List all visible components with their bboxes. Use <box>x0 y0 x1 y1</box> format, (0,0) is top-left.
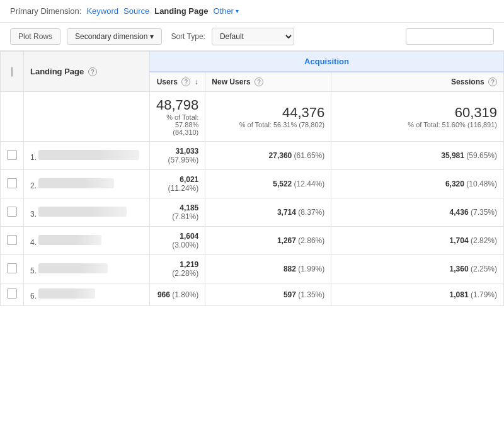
secondary-dim-chevron-icon: ▾ <box>150 32 154 41</box>
row-checkbox-cell <box>1 255 24 283</box>
row-number: 4. <box>30 238 37 247</box>
new-users-help-icon[interactable]: ? <box>255 77 263 86</box>
analytics-table: Landing Page ? Acquisition Users ? ↓ New… <box>0 51 504 306</box>
landing-page-value <box>38 150 139 160</box>
primary-dimension-bar: Primary Dimension: Keyword Source Landin… <box>0 0 504 23</box>
sessions-value: 6,320 <box>445 180 464 188</box>
totals-sessions-sub: % of Total: 51.60% (116,891) <box>338 121 497 128</box>
new-users-pct: (12.44%) <box>294 180 325 188</box>
search-input[interactable] <box>406 28 494 45</box>
landing-page-cell: 4. <box>24 227 150 255</box>
users-value: 1,219 <box>180 260 198 269</box>
row-checkbox[interactable] <box>7 178 17 188</box>
users-value: 1,604 <box>180 232 198 241</box>
sessions-column-header: Sessions ? <box>331 72 504 92</box>
users-cell: 4,185 (7.81%) <box>150 198 205 227</box>
table-row: 3. 4,185 (7.81%)3,714 (8.37%)4,436 (7.35… <box>1 198 504 227</box>
users-cell: 1,604 (3.00%) <box>150 227 205 255</box>
landing-page-value <box>38 235 101 245</box>
new-users-value: 882 <box>284 265 296 273</box>
users-pct: (2.28%) <box>172 269 198 278</box>
landing-page-header: Landing Page ? <box>24 52 150 92</box>
table-row: 5. 1,219 (2.28%)882 (1.99%)1,360 (2.25%) <box>1 255 504 283</box>
dim-other-label: Other <box>213 6 234 16</box>
row-number: 5. <box>30 266 37 275</box>
new-users-cell: 5,522 (12.44%) <box>205 170 331 198</box>
row-number: 1. <box>30 153 37 162</box>
new-users-cell: 597 (1.35%) <box>205 283 331 306</box>
row-checkbox-cell <box>1 283 24 306</box>
dim-landing-page[interactable]: Landing Page <box>154 6 208 16</box>
sort-type-select[interactable]: Default Weighted Absolute Change Reversi… <box>212 28 294 45</box>
sessions-value: 1,081 <box>450 290 469 299</box>
plot-rows-button[interactable]: Plot Rows <box>10 28 60 45</box>
users-cell: 6,021 (11.24%) <box>150 170 205 198</box>
row-number: 2. <box>30 181 37 190</box>
table-row: 6. 966 (1.80%)597 (1.35%)1,081 (1.79%) <box>1 283 504 306</box>
landing-page-cell: 5. <box>24 255 150 283</box>
toolbar: Plot Rows Secondary dimension ▾ Sort Typ… <box>0 23 504 51</box>
data-table-wrapper: Landing Page ? Acquisition Users ? ↓ New… <box>0 51 504 306</box>
users-help-icon[interactable]: ? <box>181 77 190 86</box>
totals-users-cell: 48,798 % of Total: 57.88% (84,310) <box>150 92 205 142</box>
landing-page-cell: 1. <box>24 142 150 170</box>
table-row: 2. 6,021 (11.24%)5,522 (12.44%)6,320 (10… <box>1 170 504 198</box>
totals-sessions-cell: 60,319 % of Total: 51.60% (116,891) <box>331 92 504 142</box>
sessions-value: 1,360 <box>450 265 469 273</box>
sessions-value: 35,981 <box>441 151 464 160</box>
select-all-checkbox[interactable] <box>11 67 13 77</box>
sessions-pct: (10.48%) <box>466 180 497 188</box>
new-users-cell: 882 (1.99%) <box>205 255 331 283</box>
landing-page-cell: 6. <box>24 283 150 306</box>
row-checkbox-cell <box>1 227 24 255</box>
table-row: 4. 1,604 (3.00%)1,267 (2.86%)1,704 (2.82… <box>1 227 504 255</box>
new-users-pct: (1.35%) <box>298 290 324 299</box>
new-users-cell: 27,360 (61.65%) <box>205 142 331 170</box>
sessions-pct: (2.25%) <box>471 265 497 273</box>
users-pct: (57.95%) <box>168 156 199 164</box>
row-checkbox[interactable] <box>7 207 17 217</box>
new-users-pct: (8.37%) <box>298 208 324 217</box>
totals-row: 48,798 % of Total: 57.88% (84,310) 44,37… <box>1 92 504 142</box>
row-checkbox-cell <box>1 198 24 227</box>
sort-type-label: Sort Type: <box>171 32 205 41</box>
row-checkbox[interactable] <box>7 150 17 160</box>
sessions-pct: (1.79%) <box>471 290 497 299</box>
row-checkbox-cell <box>1 142 24 170</box>
users-sort-icon[interactable]: ↓ <box>195 77 198 86</box>
landing-page-header-label: Landing Page <box>30 67 84 76</box>
landing-page-help-icon[interactable]: ? <box>88 67 97 76</box>
landing-page-cell: 3. <box>24 198 150 227</box>
row-checkbox[interactable] <box>7 288 17 299</box>
new-users-value: 597 <box>284 290 296 299</box>
row-checkbox[interactable] <box>7 235 17 245</box>
totals-label-cell <box>24 92 150 142</box>
secondary-dimension-button[interactable]: Secondary dimension ▾ <box>67 28 162 45</box>
row-number: 6. <box>30 292 37 300</box>
new-users-pct: (2.86%) <box>298 236 324 245</box>
dim-source[interactable]: Source <box>123 6 149 16</box>
sessions-cell: 1,360 (2.25%) <box>331 255 504 283</box>
totals-checkbox-cell <box>1 92 24 142</box>
table-row: 1. 31,033 (57.95%)27,360 (61.65%)35,981 … <box>1 142 504 170</box>
totals-users-value: 48,798 <box>156 97 198 113</box>
landing-page-cell: 2. <box>24 170 150 198</box>
new-users-value: 5,522 <box>273 180 292 188</box>
secondary-dimension-label: Secondary dimension <box>75 32 147 41</box>
totals-new-users-value: 44,376 <box>212 105 324 121</box>
sessions-cell: 4,436 (7.35%) <box>331 198 504 227</box>
sessions-cell: 6,320 (10.48%) <box>331 170 504 198</box>
sessions-help-icon[interactable]: ? <box>488 77 497 86</box>
users-pct: (7.81%) <box>172 212 198 221</box>
sessions-value: 1,704 <box>450 236 469 245</box>
dim-keyword[interactable]: Keyword <box>86 6 118 16</box>
sessions-cell: 1,081 (1.79%) <box>331 283 504 306</box>
sessions-pct: (7.35%) <box>471 208 497 217</box>
sessions-value: 4,436 <box>450 208 469 217</box>
users-pct: (11.24%) <box>168 184 199 193</box>
new-users-pct: (61.65%) <box>294 151 325 160</box>
new-users-pct: (1.99%) <box>298 265 324 273</box>
dim-other[interactable]: Other ▾ <box>213 6 239 16</box>
sessions-pct: (2.82%) <box>471 236 497 245</box>
row-checkbox[interactable] <box>7 263 17 273</box>
